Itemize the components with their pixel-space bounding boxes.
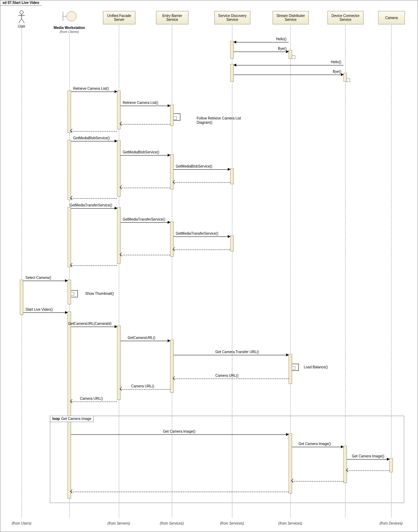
msg-thumb-label: Show Thumbnail() — [85, 292, 114, 296]
act-ebs-2 — [170, 154, 174, 189]
group-users: (from Users) — [7, 521, 36, 525]
dtor-stream-0 — [292, 55, 295, 59]
participant-sds-label: Service Discovery Service — [215, 14, 250, 22]
loop-op: loop — [52, 416, 60, 422]
act-ebs-4 — [170, 340, 174, 393]
act-sds-1 — [230, 41, 234, 59]
act-ebs-1 — [170, 105, 174, 126]
participant-media — [59, 10, 80, 22]
participant-ebs: Entry Barrier Service — [156, 11, 188, 24]
lifeline-user — [22, 25, 22, 518]
boundary-icon — [62, 10, 77, 22]
act-sds-3 — [230, 168, 234, 184]
participant-media-label: Media Workstation — [54, 26, 85, 30]
act-sds-2 — [230, 64, 234, 82]
participant-dcs-label: Device Connector Service — [328, 14, 363, 22]
group-devices: (from Devices) — [377, 521, 405, 525]
act-media-1 — [68, 90, 71, 133]
act-user-1 — [20, 280, 23, 315]
dtor-dcs-0 — [347, 78, 350, 82]
svg-line-4 — [22, 19, 24, 23]
act-media-3 — [68, 207, 71, 267]
msg-loadbal-label: Load Balance() — [304, 365, 328, 369]
loop-fragment-tab: loop Get Camera Image — [50, 416, 94, 422]
act-media-2 — [68, 140, 71, 200]
act-ebs-3 — [170, 221, 174, 257]
group-services3: (from Services) — [276, 521, 304, 525]
participant-ufs: Unified Facade Server — [103, 11, 135, 24]
group-services2: (from Services) — [218, 521, 246, 525]
svg-line-3 — [19, 19, 22, 23]
diagram-title: sd 07.Start Live Video — [0, 0, 42, 6]
msg-loadbal-self — [292, 364, 299, 371]
msg-follow-label: Follow Retrieve Camera List Diagram() — [197, 116, 243, 125]
group-services1: (from Services) — [158, 521, 186, 525]
participant-camera: Camera — [378, 11, 405, 24]
participant-stream-label: Stream Distributer Service — [273, 14, 308, 22]
participant-ufs-label: Unified Facade Server — [103, 14, 135, 22]
diagram-title-text: sd 07.Start Live Video — [2, 1, 39, 5]
act-sds-4 — [230, 235, 234, 251]
participant-sds: Service Discovery Service — [214, 11, 250, 24]
actor-icon — [18, 10, 25, 24]
loop-cond: Get Camera Image — [61, 416, 91, 422]
participant-stream: Stream Distributer Service — [273, 11, 309, 24]
msg-thumb-self — [71, 290, 78, 297]
msg-follow-self — [174, 113, 180, 121]
participant-dcs: Device Connector Service — [327, 11, 364, 24]
participant-ebs-label: Entry Barrier Service — [156, 14, 188, 22]
svg-point-5 — [66, 11, 76, 21]
group-servers: (from Servers) — [105, 521, 133, 525]
participant-media-labelbox: Media Workstation (from Clients) — [48, 26, 91, 34]
participant-media-sub: (from Clients) — [60, 30, 79, 34]
participant-camera-label: Camera — [378, 16, 405, 20]
sequence-diagram: sd 07.Start Live Video User (from Users)… — [0, 0, 418, 532]
svg-point-0 — [20, 11, 23, 14]
